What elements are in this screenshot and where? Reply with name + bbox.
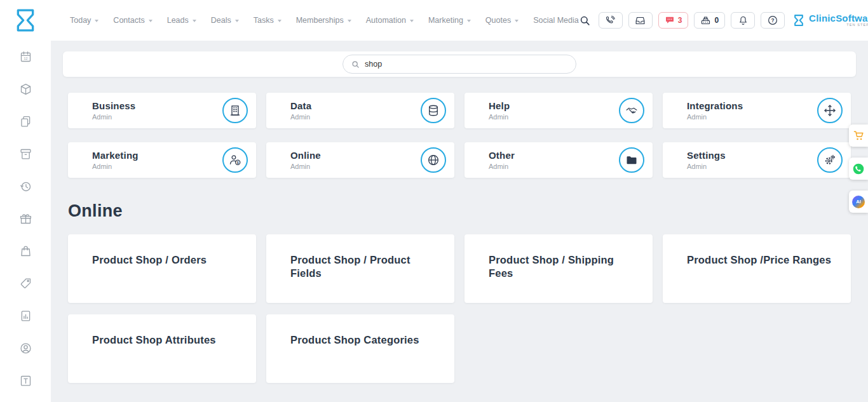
result-title: Product Shop Attributes bbox=[92, 334, 216, 345]
category-card-marketing[interactable]: MarketingAdmin $ bbox=[68, 142, 256, 178]
globe-icon bbox=[421, 147, 446, 173]
brand-name: ClinicSoftware bbox=[809, 13, 868, 23]
person-dollar-icon: $ bbox=[222, 147, 248, 173]
result-card-product-fields[interactable]: Product Shop / Product Fields bbox=[266, 234, 454, 303]
archive-icon[interactable] bbox=[18, 146, 33, 161]
category-subtitle: Admin bbox=[92, 113, 135, 121]
category-card-help[interactable]: HelpAdmin bbox=[465, 93, 653, 128]
clinicsoftware-logo[interactable] bbox=[13, 6, 38, 34]
category-card-integrations[interactable]: IntegrationsAdmin bbox=[663, 93, 851, 128]
main-menu: Today Contacts Leads Deals Tasks Members… bbox=[70, 16, 579, 25]
phone-button[interactable] bbox=[599, 12, 623, 29]
menu-item-memberships[interactable]: Memberships bbox=[296, 16, 351, 25]
search-card bbox=[63, 51, 856, 77]
chevron-down-icon bbox=[278, 20, 281, 22]
notifications-button[interactable] bbox=[731, 12, 755, 29]
menu-item-deals[interactable]: Deals bbox=[211, 16, 239, 25]
menu-item-social-media[interactable]: Social Media bbox=[533, 16, 579, 25]
chevron-down-icon bbox=[235, 20, 239, 22]
category-title: Integrations bbox=[687, 100, 743, 111]
ai-label: AI bbox=[856, 199, 861, 204]
category-title: Other bbox=[489, 150, 515, 161]
category-card-business[interactable]: BusinessAdmin bbox=[68, 93, 256, 128]
clinicsoftware-brand[interactable]: ClinicSoftware.com TEN STEPS AHEAD bbox=[792, 13, 868, 28]
category-title: Marketing bbox=[92, 150, 139, 161]
result-title: Product Shop / Product Fields bbox=[290, 254, 410, 279]
category-card-online[interactable]: OnlineAdmin bbox=[266, 142, 454, 178]
menu-item-contacts[interactable]: Contacts bbox=[113, 16, 152, 25]
category-card-other[interactable]: OtherAdmin bbox=[465, 142, 653, 178]
category-subtitle: Admin bbox=[290, 163, 321, 170]
pos-button[interactable]: 0 bbox=[694, 12, 725, 29]
whatsapp-widget-button[interactable] bbox=[849, 157, 868, 180]
category-subtitle: Admin bbox=[92, 163, 139, 170]
category-card-data[interactable]: DataAdmin bbox=[266, 93, 454, 128]
category-text: OnlineAdmin bbox=[290, 150, 321, 170]
chat-button[interactable]: 3 bbox=[658, 12, 689, 29]
svg-text:?: ? bbox=[771, 18, 775, 23]
chevron-down-icon bbox=[95, 20, 98, 22]
menu-item-leads[interactable]: Leads bbox=[167, 16, 196, 25]
category-subtitle: Admin bbox=[687, 163, 726, 170]
user-circle-icon[interactable] bbox=[18, 340, 33, 356]
help-button[interactable]: ? bbox=[761, 12, 785, 29]
calendar-icon[interactable]: 12 bbox=[18, 49, 33, 64]
menu-item-automation[interactable]: Automation bbox=[366, 16, 414, 25]
question-icon: ? bbox=[767, 15, 778, 26]
menu-item-today[interactable]: Today bbox=[70, 16, 98, 25]
chat-badge: 3 bbox=[678, 16, 682, 25]
category-card-settings[interactable]: SettingsAdmin bbox=[663, 142, 851, 178]
category-text: HelpAdmin bbox=[489, 100, 510, 121]
search-input[interactable] bbox=[365, 60, 567, 69]
brand-text: ClinicSoftware.com TEN STEPS AHEAD bbox=[809, 13, 868, 28]
cart-widget-button[interactable] bbox=[849, 124, 868, 147]
chat-bubble-icon bbox=[665, 15, 675, 25]
move-arrows-icon bbox=[817, 98, 843, 123]
result-card-orders[interactable]: Product Shop / Orders bbox=[68, 234, 256, 303]
category-text: IntegrationsAdmin bbox=[687, 100, 743, 121]
category-text: BusinessAdmin bbox=[92, 100, 135, 121]
menu-label: Social Media bbox=[533, 16, 579, 25]
menu-label: Marketing bbox=[428, 16, 463, 25]
report-icon[interactable] bbox=[18, 308, 33, 323]
navbar-actions: 3 0 ? ClinicSoftware.com TEN ST bbox=[579, 10, 868, 31]
gears-icon bbox=[817, 147, 843, 173]
package-icon[interactable] bbox=[18, 81, 33, 97]
menu-label: Quotes bbox=[485, 16, 511, 25]
category-text: MarketingAdmin bbox=[92, 150, 139, 170]
ai-widget-button[interactable]: AI bbox=[849, 191, 868, 213]
category-title: Help bbox=[489, 100, 510, 111]
menu-label: Tasks bbox=[254, 16, 274, 25]
result-card-price-ranges[interactable]: Product Shop /Price Ranges bbox=[663, 234, 851, 303]
copy-pages-icon[interactable] bbox=[18, 114, 33, 129]
result-card-categories[interactable]: Product Shop Categories bbox=[266, 314, 454, 383]
price-tag-icon[interactable] bbox=[18, 276, 33, 291]
inbox-button[interactable] bbox=[628, 12, 653, 29]
shopping-bag-icon[interactable] bbox=[18, 243, 33, 258]
menu-label: Leads bbox=[167, 16, 189, 25]
menu-item-marketing[interactable]: Marketing bbox=[428, 16, 471, 25]
brand-tagline: TEN STEPS AHEAD bbox=[809, 23, 868, 27]
top-navbar: Today Contacts Leads Deals Tasks Members… bbox=[0, 0, 868, 41]
menu-label: Today bbox=[70, 16, 91, 25]
phone-icon bbox=[605, 15, 616, 26]
history-icon[interactable] bbox=[18, 178, 33, 194]
result-card-attributes[interactable]: Product Shop Attributes bbox=[68, 314, 256, 383]
locker-icon[interactable] bbox=[18, 373, 33, 388]
menu-item-tasks[interactable]: Tasks bbox=[254, 16, 281, 25]
search-icon[interactable] bbox=[579, 15, 591, 27]
chevron-down-icon bbox=[467, 20, 471, 22]
category-title: Settings bbox=[687, 150, 726, 161]
result-title: Product Shop / Shipping Fees bbox=[489, 254, 614, 279]
hourglass-logo-icon bbox=[13, 6, 38, 34]
cart-icon bbox=[853, 130, 865, 142]
pos-badge: 0 bbox=[714, 16, 719, 25]
menu-label: Memberships bbox=[296, 16, 344, 25]
result-grid: Product Shop / Orders Product Shop / Pro… bbox=[68, 234, 851, 383]
result-card-shipping-fees[interactable]: Product Shop / Shipping Fees bbox=[465, 234, 653, 303]
menu-item-quotes[interactable]: Quotes bbox=[485, 16, 519, 25]
result-title: Product Shop /Price Ranges bbox=[687, 254, 831, 265]
bell-icon bbox=[738, 15, 749, 26]
gift-icon[interactable] bbox=[18, 211, 33, 226]
chevron-down-icon bbox=[348, 20, 351, 22]
